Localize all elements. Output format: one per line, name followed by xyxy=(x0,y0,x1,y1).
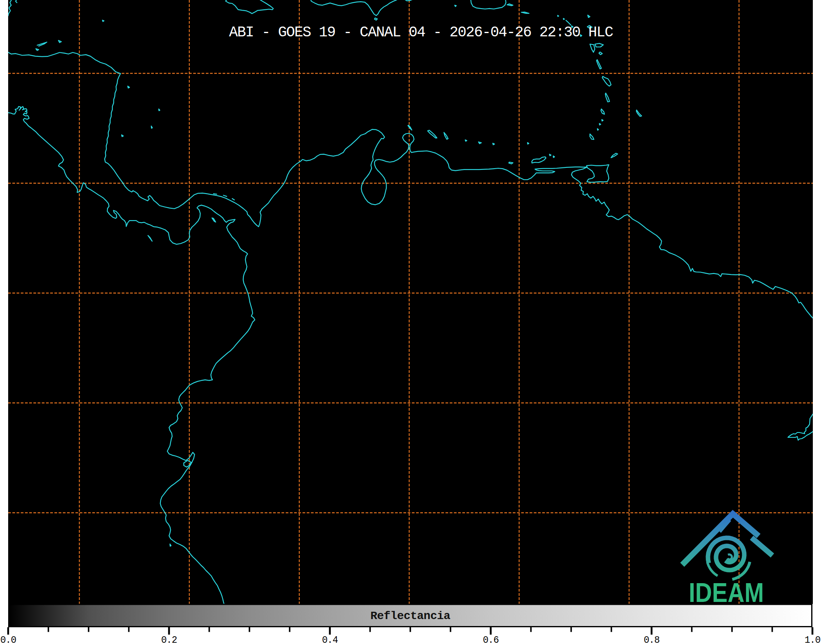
svg-text:IDEAM: IDEAM xyxy=(689,577,764,608)
svg-text:0.0: 0.0 xyxy=(0,635,16,644)
svg-text:0.4: 0.4 xyxy=(322,635,338,644)
svg-text:0.2: 0.2 xyxy=(161,635,177,644)
svg-text:Reflectancia: Reflectancia xyxy=(370,610,450,622)
svg-text:ABI - GOES 19 - CANAL 04 - 202: ABI - GOES 19 - CANAL 04 - 2026-04-26 22… xyxy=(229,24,613,41)
svg-text:0.6: 0.6 xyxy=(483,635,499,644)
svg-text:0.8: 0.8 xyxy=(644,635,660,644)
svg-text:1.0: 1.0 xyxy=(805,635,821,644)
